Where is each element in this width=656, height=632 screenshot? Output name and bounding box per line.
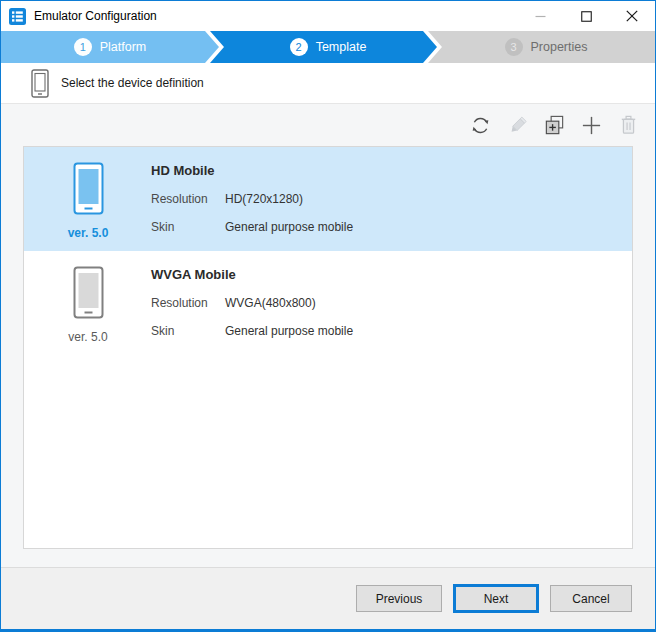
cancel-button[interactable]: Cancel (550, 585, 632, 612)
step-label: Properties (531, 40, 588, 54)
maximize-button[interactable] (563, 1, 609, 31)
phone-icon (73, 266, 104, 319)
emulator-configuration-window: Emulator Configuration 1 Platform 2 Temp… (0, 0, 656, 632)
skin-label: Skin (151, 220, 225, 234)
next-button[interactable]: Next (453, 584, 539, 613)
skin-row: Skin General purpose mobile (151, 220, 353, 234)
app-icon (9, 8, 26, 25)
skin-value: General purpose mobile (225, 324, 353, 338)
add-icon[interactable] (579, 113, 603, 137)
delete-trash-icon[interactable] (616, 113, 640, 137)
info-column: HD Mobile Resolution HD(720x1280) Skin G… (151, 147, 353, 251)
wizard-steps: 1 Platform 2 Template 3 Properties (1, 31, 655, 63)
skin-row: Skin General purpose mobile (151, 324, 353, 338)
skin-value: General purpose mobile (225, 220, 353, 234)
version-label: ver. 5.0 (68, 330, 107, 344)
step-number-badge: 3 (505, 38, 523, 56)
resolution-label: Resolution (151, 296, 225, 310)
resolution-label: Resolution (151, 192, 225, 206)
skin-label: Skin (151, 324, 225, 338)
resolution-row: Resolution HD(720x1280) (151, 192, 353, 206)
device-column: ver. 5.0 (48, 147, 128, 251)
window-title: Emulator Configuration (34, 9, 517, 23)
info-column: WVGA Mobile Resolution WVGA(480x800) Ski… (151, 251, 353, 355)
resolution-row: Resolution WVGA(480x800) (151, 296, 353, 310)
version-label: ver. 5.0 (68, 226, 109, 240)
device-template-list: ver. 5.0 HD Mobile Resolution HD(720x128… (23, 146, 633, 549)
close-button[interactable] (609, 1, 655, 31)
list-item-hd-mobile[interactable]: ver. 5.0 HD Mobile Resolution HD(720x128… (24, 147, 632, 251)
window-controls (517, 1, 655, 31)
device-column: ver. 5.0 (48, 251, 128, 355)
footer: Previous Next Cancel (1, 568, 655, 629)
template-name: WVGA Mobile (151, 267, 353, 282)
clone-template-icon[interactable] (542, 113, 566, 137)
step-platform[interactable]: 1 Platform (1, 31, 219, 63)
step-number-badge: 1 (74, 38, 92, 56)
device-icon (31, 69, 49, 98)
edit-pencil-icon[interactable] (505, 113, 529, 137)
resolution-value: WVGA(480x800) (225, 296, 316, 310)
refresh-icon[interactable] (468, 113, 492, 137)
template-name: HD Mobile (151, 163, 353, 178)
minimize-button[interactable] (517, 1, 563, 31)
previous-button[interactable]: Previous (356, 585, 442, 612)
titlebar: Emulator Configuration (1, 1, 655, 31)
step-template[interactable]: 2 Template (210, 31, 437, 63)
phone-icon-selected (73, 162, 104, 215)
step-properties[interactable]: 3 Properties (428, 31, 655, 63)
subtitle-text: Select the device definition (61, 76, 204, 90)
list-item-wvga-mobile[interactable]: ver. 5.0 WVGA Mobile Resolution WVGA(480… (24, 251, 632, 355)
resolution-value: HD(720x1280) (225, 192, 303, 206)
toolbar (1, 104, 655, 146)
content-area: ver. 5.0 HD Mobile Resolution HD(720x128… (1, 104, 655, 567)
step-number-badge: 2 (290, 38, 308, 56)
step-label: Platform (100, 40, 147, 54)
subtitle-row: Select the device definition (1, 63, 655, 104)
step-label: Template (316, 40, 367, 54)
